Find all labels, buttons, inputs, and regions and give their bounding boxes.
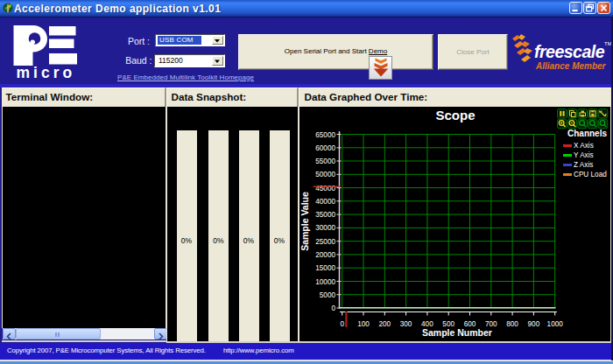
svg-text:TM: TM	[604, 41, 611, 46]
svg-text:20000: 20000	[315, 251, 335, 259]
svg-text:0: 0	[340, 320, 344, 328]
svg-text:45000: 45000	[315, 185, 335, 192]
svg-text:Alliance Member: Alliance Member	[535, 61, 607, 71]
svg-text:200: 200	[378, 320, 391, 328]
svg-text:900: 900	[528, 320, 540, 328]
svg-text:micro: micro	[17, 64, 76, 81]
svg-text:25000: 25000	[315, 238, 335, 246]
svg-text:300: 300	[400, 320, 412, 328]
svg-text:1000: 1000	[547, 320, 564, 328]
svg-text:15000: 15000	[315, 264, 335, 272]
svg-text:freescale: freescale	[534, 42, 605, 61]
svg-text:Sample Number: Sample Number	[422, 327, 492, 338]
svg-text:35000: 35000	[315, 211, 335, 219]
svg-text:100: 100	[357, 320, 370, 328]
svg-text:800: 800	[506, 320, 518, 328]
svg-text:40000: 40000	[315, 198, 335, 206]
svg-text:55000: 55000	[315, 158, 335, 165]
svg-text:65000: 65000	[315, 131, 335, 139]
svg-text:Sample Value: Sample Value	[300, 192, 310, 251]
svg-text:Scope: Scope	[435, 108, 475, 122]
svg-text:10000: 10000	[315, 278, 335, 286]
svg-text:0: 0	[331, 304, 335, 312]
svg-text:50000: 50000	[315, 171, 335, 178]
svg-text:30000: 30000	[315, 224, 335, 232]
svg-text:60000: 60000	[315, 144, 335, 152]
svg-text:5000: 5000	[320, 291, 336, 299]
